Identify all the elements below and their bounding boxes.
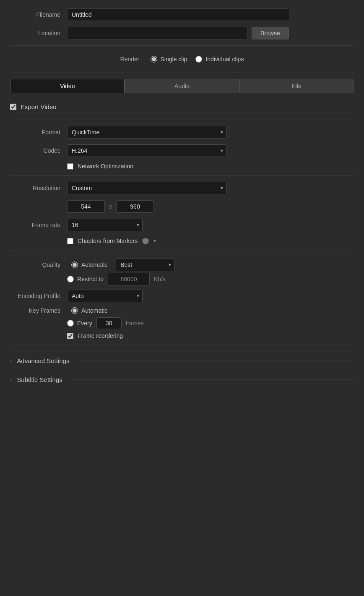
key-frames-every-label: Every	[77, 320, 92, 327]
chapters-row: Chapters from Markers ▾	[67, 237, 354, 245]
divider-4	[10, 175, 354, 176]
divider-1	[10, 45, 354, 46]
frame-reordering-row: Frame reordering	[67, 332, 354, 339]
quality-automatic-radio[interactable]: Automatic	[71, 261, 107, 268]
format-select-wrapper: QuickTime MP4 MXF AVI	[67, 126, 226, 139]
advanced-settings-section[interactable]: › Advanced Settings	[10, 351, 354, 370]
key-frames-automatic-radio[interactable]: Automatic	[71, 307, 107, 314]
divider-6	[10, 345, 354, 345]
key-frames-label: Key Frames	[10, 307, 60, 314]
quality-automatic-row: Quality Automatic Best High Medium Low	[10, 257, 354, 273]
key-frames-every-row: Every frames	[67, 317, 354, 329]
network-optimization-label: Network Optimization	[78, 163, 133, 170]
key-frames-automatic-radio-input[interactable]	[71, 307, 78, 314]
frames-label: frames	[126, 320, 144, 327]
format-select[interactable]: QuickTime MP4 MXF AVI	[67, 126, 226, 139]
subtitle-settings-label: Subtitle Settings	[17, 376, 62, 383]
export-video-checkbox[interactable]	[10, 104, 16, 110]
resolution-select[interactable]: Custom 1920x1080 1280x720 3840x2160	[67, 182, 226, 194]
single-clip-label: Single clip	[161, 56, 187, 63]
location-label: Location	[10, 30, 60, 37]
codec-label: Codec	[10, 147, 60, 154]
key-frames-automatic-row: Key Frames Automatic	[10, 307, 354, 314]
resolution-select-wrapper: Custom 1920x1080 1280x720 3840x2160	[67, 182, 226, 194]
frame-rate-select-wrapper: 16 23.976 24 25 29.97 30 50 59.94 60	[67, 219, 143, 231]
export-video-label: Export Video	[21, 103, 57, 110]
individual-clips-radio[interactable]: Individual clips	[195, 56, 244, 63]
advanced-settings-chevron-icon: ›	[10, 358, 12, 364]
single-clip-radio[interactable]: Single clip	[151, 56, 187, 63]
restrict-to-radio[interactable]: Restrict to	[67, 276, 104, 282]
individual-clips-radio-input[interactable]	[195, 56, 202, 63]
chapters-label: Chapters from Markers	[78, 238, 138, 244]
tab-video[interactable]: Video	[10, 79, 125, 93]
network-optimization-checkbox[interactable]	[67, 163, 73, 170]
resolution-dims: x	[67, 200, 354, 213]
network-opt-row: Network Optimization	[67, 163, 354, 170]
advanced-settings-label: Advanced Settings	[17, 357, 69, 364]
restrict-to-radio-input[interactable]	[67, 276, 74, 282]
chapters-chevron-icon: ▾	[153, 238, 156, 244]
frame-rate-row: Frame rate 16 23.976 24 25 29.97 30 50 5…	[10, 219, 354, 231]
frame-rate-label: Frame rate	[10, 222, 60, 228]
resolution-row: Resolution Custom 1920x1080 1280x720 384…	[10, 182, 354, 194]
key-frames-every-radio[interactable]: Every	[67, 320, 92, 327]
restrict-to-input[interactable]	[108, 273, 150, 285]
codec-select-wrapper: H.264 H.265 ProRes DNxHD	[67, 144, 226, 157]
single-clip-radio-input[interactable]	[151, 56, 157, 63]
frame-rate-select[interactable]: 16 23.976 24 25 29.97 30 50 59.94 60	[67, 219, 143, 231]
encoding-profile-select-wrapper: Auto Baseline Main High	[67, 290, 143, 302]
format-row: Format QuickTime MP4 MXF AVI	[10, 126, 354, 139]
divider-3	[10, 120, 354, 120]
tab-bar: Video Audio File	[10, 79, 354, 93]
shield-icon	[142, 237, 149, 245]
quality-automatic-radio-input[interactable]	[71, 261, 78, 268]
kbs-label: Kb/s	[154, 276, 166, 282]
resolution-width-input[interactable]	[67, 200, 105, 213]
encoding-profile-select[interactable]: Auto Baseline Main High	[67, 290, 143, 302]
resolution-x-separator: x	[109, 203, 112, 210]
subtitle-settings-divider	[71, 379, 354, 380]
location-input[interactable]	[67, 27, 247, 39]
divider-5	[10, 251, 354, 251]
browse-button[interactable]: Browse	[252, 27, 289, 39]
tab-audio[interactable]: Audio	[125, 79, 239, 93]
key-frames-every-radio-input[interactable]	[67, 320, 74, 327]
quality-best-select-wrapper: Best High Medium Low	[116, 259, 174, 271]
restrict-to-row: Restrict to Kb/s	[67, 273, 354, 285]
advanced-settings-divider	[78, 361, 354, 361]
key-frames-every-input[interactable]	[96, 317, 122, 329]
render-row: Render Single clip Individual clips	[10, 52, 354, 67]
tab-file[interactable]: File	[239, 79, 354, 93]
resolution-label: Resolution	[10, 185, 60, 191]
restrict-to-label: Restrict to	[77, 276, 104, 282]
quality-automatic-label: Automatic	[81, 261, 107, 268]
chapters-checkbox[interactable]	[67, 238, 73, 244]
subtitle-settings-section[interactable]: › Subtitle Settings	[10, 370, 354, 389]
key-frames-automatic-label: Automatic	[81, 307, 107, 314]
subtitle-settings-chevron-icon: ›	[10, 376, 12, 383]
individual-clips-label: Individual clips	[205, 56, 244, 63]
encoding-profile-row: Encoding Profile Auto Baseline Main High	[10, 290, 354, 302]
export-video-row: Export Video	[10, 100, 354, 114]
divider-2	[10, 73, 354, 73]
quality-best-select[interactable]: Best High Medium Low	[116, 259, 174, 271]
codec-row: Codec H.264 H.265 ProRes DNxHD	[10, 144, 354, 157]
format-label: Format	[10, 129, 60, 136]
frame-reordering-label: Frame reordering	[78, 332, 123, 339]
render-label: Render	[120, 56, 140, 63]
frame-reordering-checkbox[interactable]	[67, 333, 73, 339]
filename-label: Filename	[10, 11, 60, 18]
filename-input[interactable]	[67, 8, 289, 21]
encoding-profile-label: Encoding Profile	[10, 293, 60, 299]
codec-select[interactable]: H.264 H.265 ProRes DNxHD	[67, 144, 226, 157]
quality-label: Quality	[10, 261, 60, 268]
resolution-height-input[interactable]	[116, 200, 154, 213]
